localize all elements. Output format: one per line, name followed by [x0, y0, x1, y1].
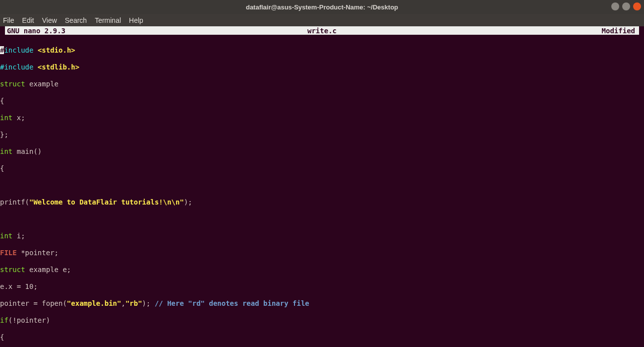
close-icon[interactable] [633, 2, 641, 10]
code-line: int main() [0, 147, 644, 156]
code-line: FILE *pointer; [0, 249, 644, 257]
nano-filename: write.c [5, 27, 639, 35]
menu-bar: File Edit View Search Terminal Help [0, 14, 644, 26]
menu-search[interactable]: Search [65, 16, 87, 24]
code-line: { [0, 97, 644, 105]
code-line: struct example e; [0, 266, 644, 274]
window-controls [611, 2, 641, 10]
nano-modified: Modified [602, 27, 635, 35]
code-line: int i; [0, 232, 644, 240]
code-line: e.x = 10; [0, 282, 644, 291]
menu-edit[interactable]: Edit [22, 16, 34, 24]
nano-status-bar: GNU nano 2.9.3 write.c Modified [5, 26, 639, 35]
menu-help[interactable]: Help [129, 16, 143, 24]
code-line: #include <stdio.h> [0, 46, 644, 55]
code-line: int x; [0, 114, 644, 122]
code-line [0, 181, 644, 190]
code-line: struct example [0, 80, 644, 88]
title-bar: dataflair@asus-System-Product-Name: ~/De… [0, 0, 644, 14]
code-line [0, 215, 644, 223]
menu-terminal[interactable]: Terminal [95, 16, 121, 24]
code-line: { [0, 164, 644, 173]
code-line: { [0, 333, 644, 342]
code-line: if(!pointer) [0, 316, 644, 325]
code-line: pointer = fopen("example.bin","rb"); // … [0, 299, 644, 308]
editor-area[interactable]: #include <stdio.h> #include <stdlib.h> s… [0, 35, 644, 347]
minimize-icon[interactable] [611, 2, 619, 10]
code-line: }; [0, 131, 644, 139]
menu-view[interactable]: View [42, 16, 57, 24]
code-line: printf("Welcome to DataFlair tutorials!\… [0, 198, 644, 207]
window-title: dataflair@asus-System-Product-Name: ~/De… [0, 3, 644, 11]
menu-file[interactable]: File [3, 16, 14, 24]
code-line: #include <stdlib.h> [0, 63, 644, 71]
maximize-icon[interactable] [622, 2, 630, 10]
